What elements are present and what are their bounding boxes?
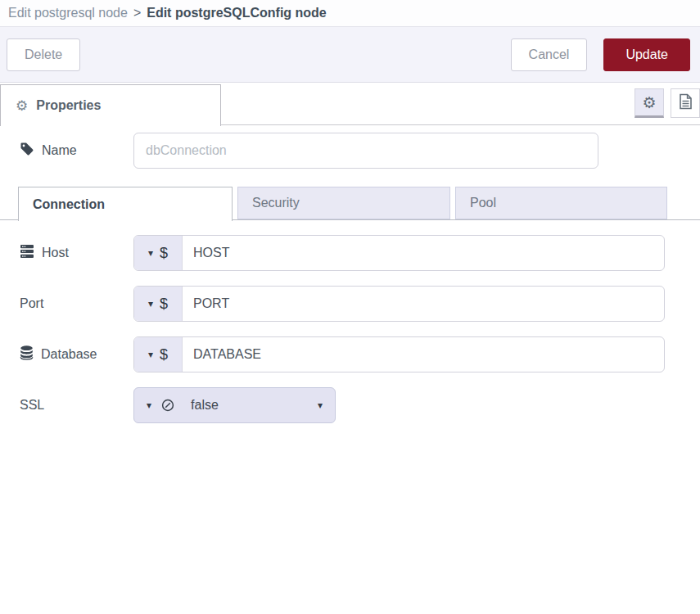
gear-icon: ⚙	[16, 97, 28, 114]
port-label: Port	[20, 286, 43, 322]
host-typed-input: ▾ $	[133, 235, 665, 271]
port-typed-input: ▾ $	[133, 286, 665, 322]
update-button[interactable]: Update	[603, 38, 690, 71]
tab-pool[interactable]: Pool	[455, 187, 667, 219]
tab-properties[interactable]: ⚙ Properties	[0, 84, 221, 126]
host-row: Host ▾ $	[0, 235, 700, 271]
port-input[interactable]	[183, 287, 664, 321]
cancel-button[interactable]: Cancel	[511, 38, 588, 71]
ssl-row: SSL ▾ false ▾	[0, 387, 700, 423]
breadcrumb-current: Edit postgreSQLConfig node	[147, 6, 327, 20]
edit-properties-button[interactable]: ⚙	[635, 88, 664, 118]
properties-tab-label: Properties	[36, 98, 101, 113]
database-typed-input: ▾ $	[133, 336, 665, 372]
tab-connection-label: Connection	[33, 197, 105, 212]
breadcrumb-separator: >	[133, 6, 141, 20]
database-type-select-button[interactable]: ▾ $	[134, 337, 183, 372]
tab-pool-label: Pool	[470, 196, 496, 210]
tag-icon	[20, 142, 34, 160]
caret-down-icon: ▾	[148, 350, 153, 359]
ssl-label: SSL	[20, 387, 44, 423]
database-row: Database ▾ $	[0, 336, 700, 372]
panel-tab-row: ⚙ Properties ⚙	[0, 83, 700, 125]
port-label-text: Port	[20, 296, 43, 311]
database-input[interactable]	[183, 337, 664, 372]
port-row: Port ▾ $	[0, 286, 700, 322]
ssl-value: false	[191, 398, 219, 413]
name-label: Name	[20, 133, 77, 169]
database-label: Database	[20, 336, 97, 372]
env-var-type-symbol: $	[160, 296, 168, 313]
host-input[interactable]	[183, 236, 664, 270]
document-icon	[679, 93, 693, 113]
caret-down-icon: ▾	[148, 248, 153, 258]
caret-down-icon: ▾	[318, 400, 323, 410]
env-var-type-symbol: $	[160, 245, 168, 262]
caret-down-icon: ▾	[147, 400, 151, 410]
host-label-text: Host	[42, 246, 69, 260]
gear-icon: ⚙	[642, 93, 656, 111]
name-input[interactable]	[133, 133, 598, 169]
name-label-text: Name	[42, 143, 77, 158]
node-description-button[interactable]	[671, 88, 700, 118]
database-icon	[20, 345, 34, 363]
caret-down-icon: ▾	[148, 299, 153, 309]
server-icon	[20, 244, 34, 262]
ssl-boolean-select[interactable]: ▾ false ▾	[133, 387, 336, 423]
env-var-type-symbol: $	[160, 346, 168, 363]
node-edit-form: Name Connection Security Pool	[0, 125, 700, 423]
host-type-select-button[interactable]: ▾ $	[134, 236, 183, 270]
breadcrumb-parent-link[interactable]: Edit postgresql node	[8, 6, 128, 20]
host-label: Host	[20, 235, 69, 271]
tab-connection[interactable]: Connection	[18, 187, 233, 221]
ssl-label-text: SSL	[20, 398, 44, 413]
port-type-select-button[interactable]: ▾ $	[134, 287, 183, 321]
tab-security[interactable]: Security	[237, 187, 450, 219]
boolean-type-icon	[161, 399, 174, 412]
tab-security-label: Security	[252, 196, 300, 210]
database-label-text: Database	[41, 347, 97, 362]
name-row: Name	[0, 133, 700, 169]
breadcrumb: Edit postgresql node > Edit postgreSQLCo…	[0, 0, 700, 27]
delete-button[interactable]: Delete	[7, 38, 80, 71]
dialog-toolbar: Delete Cancel Update	[0, 27, 700, 83]
config-subtabs: Connection Security Pool	[0, 187, 700, 220]
